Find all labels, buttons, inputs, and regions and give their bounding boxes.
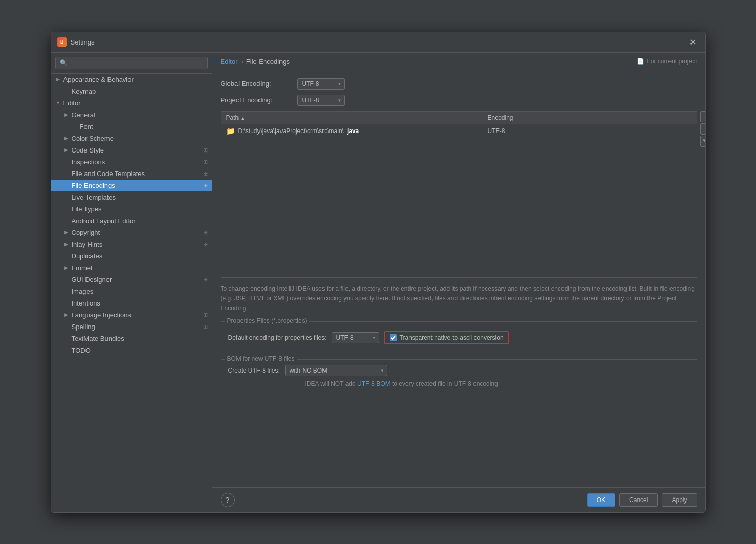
settings-icon: ⊞ [203,159,208,165]
sidebar-item-keymap[interactable]: Keymap [51,85,212,97]
project-label: For current project [646,58,697,65]
sidebar-item-label: Copyright [72,229,201,236]
sidebar-item-label: TODO [72,346,208,354]
dialog-title: Settings [71,38,95,46]
sidebar-item-inspections[interactable]: Inspections ⊞ [51,156,212,168]
bom-create-select[interactable]: with NO BOM with BOM with BOM if Windows [285,365,387,376]
sidebar-item-live-templates[interactable]: Live Templates [51,191,212,203]
sidebar-item-appearance[interactable]: ▶ Appearance & Behavior [51,74,212,85]
arrow-icon: ▶ [63,136,70,141]
properties-encoding-row: Default encoding for properties files: U… [228,331,689,344]
sidebar-item-label: Inspections [72,158,201,166]
sidebar-item-label: Keymap [72,88,208,95]
project-encoding-row: Project Encoding: UTF-8 UTF-16 ISO-8859-… [221,95,697,106]
sidebar-item-label: Font [80,123,208,130]
sidebar-item-label: General [72,111,208,119]
arrow-icon: ▶ [63,230,70,235]
arrow-icon: ▶ [63,242,70,247]
sidebar-item-emmet[interactable]: ▶ Emmet [51,262,212,274]
bom-note-prefix: IDEA will NOT add [305,380,357,387]
sidebar-item-label: Intentions [72,299,208,307]
settings-icon: ⊞ [203,312,208,318]
sidebar-item-gui-designer[interactable]: GUI Designer ⊞ [51,274,212,286]
project-encoding-select-wrapper: UTF-8 UTF-16 ISO-8859-1 [297,95,345,106]
sidebar-item-intentions[interactable]: Intentions [51,297,212,309]
bom-note: IDEA will NOT add UTF-8 BOM to every cre… [305,380,689,387]
sidebar-item-label: Appearance & Behavior [63,76,208,83]
sidebar-item-language-injections[interactable]: ▶ Language Injections ⊞ [51,309,212,321]
transparent-conversion-checkbox[interactable] [390,334,397,341]
sidebar-item-images[interactable]: Images [51,286,212,297]
bom-section: BOM for new UTF-8 files Create UTF-8 fil… [221,359,697,395]
content-area: Global Encoding: UTF-8 UTF-16 ISO-8859-1… [212,71,705,487]
sidebar-item-font[interactable]: Font [51,121,212,133]
bom-create-row: Create UTF-8 files: with NO BOM with BOM… [228,365,689,376]
path-bold: java [347,127,359,135]
sidebar-item-copyright[interactable]: ▶ Copyright ⊞ [51,227,212,238]
sidebar-item-label: Live Templates [72,193,208,201]
sidebar-item-label: Emmet [72,264,208,272]
sidebar-item-file-types[interactable]: File Types [51,203,212,215]
help-button[interactable]: ? [221,493,235,507]
sidebar-item-spelling[interactable]: Spelling ⊞ [51,321,212,333]
global-encoding-select[interactable]: UTF-8 UTF-16 ISO-8859-1 [297,78,345,90]
apply-button[interactable]: Apply [662,493,697,507]
add-path-button[interactable]: + [700,111,705,122]
sidebar-item-label: File Encodings [72,182,201,189]
bom-note-link[interactable]: UTF-8 BOM [357,380,391,387]
arrow-icon: ▶ [63,112,70,117]
settings-dialog: IJ Settings ✕ ▶ Appearance & Behavior Ke… [51,32,706,513]
title-bar-left: IJ Settings [57,37,95,47]
sidebar-item-label: Language Injections [72,311,201,319]
sidebar-item-label: Spelling [72,323,201,331]
encoding-table-wrapper: Path Encoding 📁 [221,111,697,271]
breadcrumb-parent[interactable]: Editor [221,58,238,66]
bom-create-select-wrapper: with NO BOM with BOM with BOM if Windows [285,365,387,376]
sidebar-item-inlay-hints[interactable]: ▶ Inlay Hints ⊞ [51,238,212,250]
sidebar-item-android-layout[interactable]: Android Layout Editor [51,215,212,227]
edit-path-button[interactable]: ✎ [700,136,705,147]
settings-icon: ⊞ [203,182,208,189]
arrow-icon: ▶ [63,265,70,270]
default-encoding-label: Default encoding for properties files: [228,334,327,341]
sidebar-item-editor[interactable]: ▼ Editor [51,97,212,109]
arrow-icon: ▼ [55,100,61,105]
column-header-path[interactable]: Path [221,111,483,124]
app-icon: IJ [57,37,67,47]
sidebar-item-label: Duplicates [72,252,208,260]
sidebar-item-general[interactable]: ▶ General [51,109,212,121]
sidebar-item-code-style[interactable]: ▶ Code Style ⊞ [51,144,212,156]
sidebar-item-color-scheme[interactable]: ▶ Color Scheme [51,133,212,144]
cancel-button[interactable]: Cancel [619,493,658,507]
close-button[interactable]: ✕ [686,36,699,48]
path-prefix: D:\study\java\javaProject\crm\src\main\ [238,127,344,135]
project-encoding-select[interactable]: UTF-8 UTF-16 ISO-8859-1 [297,95,345,106]
search-input[interactable] [55,57,208,69]
sidebar-item-file-code-templates[interactable]: File and Code Templates ⊞ [51,168,212,180]
search-box [51,53,212,74]
sidebar-item-todo[interactable]: TODO [51,344,212,356]
sidebar-item-textmate-bundles[interactable]: TextMate Bundles [51,333,212,344]
breadcrumb-current: File Encodings [246,58,290,66]
sidebar-item-label: TextMate Bundles [72,335,208,342]
sidebar-item-duplicates[interactable]: Duplicates [51,250,212,262]
sidebar-item-label: GUI Designer [72,276,201,284]
sidebar-item-label: Images [72,288,208,295]
properties-section-title: Properties Files (*.properties) [225,317,309,324]
remove-path-button[interactable]: − [700,123,705,135]
sidebar-item-file-encodings[interactable]: File Encodings ⊞ [51,180,212,191]
transparent-conversion-label: Transparent native-to-ascii conversion [400,334,504,341]
settings-icon: ⊞ [203,241,208,248]
folder-icon: 📁 [226,127,235,135]
properties-section: Properties Files (*.properties) Default … [221,321,697,352]
table-row[interactable]: 📁 D:\study\java\javaProject\crm\src\main… [221,124,697,138]
title-bar: IJ Settings ✕ [51,32,705,53]
ok-button[interactable]: OK [587,493,615,507]
encoding-cell: UTF-8 [483,124,697,138]
sidebar-item-label: Editor [63,99,208,107]
column-header-encoding[interactable]: Encoding [483,111,697,124]
sidebar-item-label: Color Scheme [72,135,208,142]
bom-section-title: BOM for new UTF-8 files [225,355,297,362]
properties-encoding-select[interactable]: UTF-8 ISO-8859-1 [332,332,379,343]
table-action-buttons: + − ✎ [700,111,705,147]
